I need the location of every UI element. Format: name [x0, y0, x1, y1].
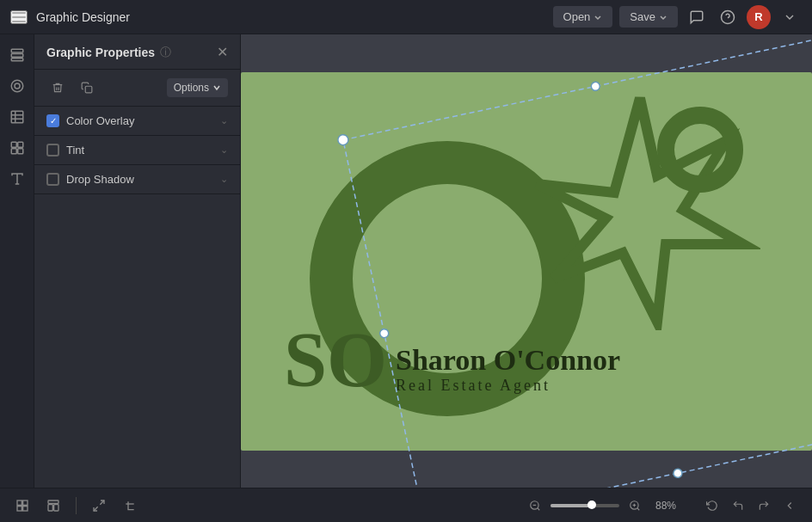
svg-rect-7: [11, 142, 16, 147]
zoom-area: 88%: [523, 494, 686, 518]
name-block: Sharon O'Connor Real Estate Agent: [396, 344, 620, 394]
svg-rect-28: [54, 504, 58, 510]
options-selector[interactable]: Options: [167, 78, 228, 97]
fit-screen-button[interactable]: [87, 494, 111, 518]
svg-line-30: [94, 507, 98, 511]
zoom-slider-fill: [551, 504, 592, 507]
effect-row-color-overlay[interactable]: Color Overlay ⌄: [34, 107, 240, 136]
separator-1: [76, 497, 77, 514]
properties-panel: Graphic Properties ⓘ ✕ Options: [34, 34, 241, 488]
props-title-row: Graphic Properties ⓘ: [46, 45, 171, 60]
svg-rect-11: [85, 86, 92, 93]
sidebar-assets-button[interactable]: [3, 72, 31, 100]
svg-rect-22: [17, 501, 22, 505]
drop-shadow-chevron-icon: ⌄: [220, 174, 228, 185]
svg-line-35: [637, 507, 640, 510]
duplicate-button[interactable]: [76, 77, 98, 99]
grid-view-button[interactable]: [10, 494, 34, 518]
svg-point-5: [15, 83, 20, 89]
props-title: Graphic Properties: [46, 46, 155, 59]
props-options-row: Options: [34, 70, 240, 107]
design-card: SO Sharon O'Connor Real Estate Agent: [241, 72, 812, 451]
save-button[interactable]: Save: [619, 6, 678, 28]
drop-shadow-checkbox[interactable]: [46, 173, 59, 186]
small-circle-shape: [657, 107, 743, 193]
tint-chevron-icon: ⌄: [220, 144, 228, 156]
svg-rect-9: [11, 149, 16, 154]
person-name: Sharon O'Connor: [396, 344, 620, 376]
svg-line-29: [100, 501, 104, 505]
main-layout: Graphic Properties ⓘ ✕ Options: [0, 34, 812, 488]
svg-point-20: [673, 468, 683, 478]
topbar-more-button[interactable]: [778, 5, 802, 29]
tint-label: Tint: [66, 144, 84, 157]
zoom-slider[interactable]: [551, 504, 619, 507]
sidebar-table-button[interactable]: [3, 103, 31, 131]
initials-text: SO: [284, 322, 387, 399]
canvas-area[interactable]: SO Sharon O'Connor Real Estate Agent: [241, 34, 812, 488]
undo-button[interactable]: [726, 494, 750, 518]
topbar-actions: Open Save R: [553, 5, 802, 29]
svg-rect-6: [11, 111, 23, 123]
svg-rect-25: [23, 506, 28, 510]
redo-button[interactable]: [752, 494, 776, 518]
effect-row-tint[interactable]: Tint ⌄: [34, 136, 240, 165]
topbar: Graphic Designer Open Save R: [0, 0, 812, 34]
sidebar-shapes-button[interactable]: [3, 134, 31, 162]
drop-shadow-label: Drop Shadow: [66, 173, 134, 186]
svg-rect-26: [48, 501, 58, 503]
options-label: Options: [174, 82, 209, 94]
svg-line-32: [538, 507, 540, 510]
props-close-button[interactable]: ✕: [217, 46, 228, 59]
color-overlay-chevron-icon: ⌄: [220, 115, 228, 126]
sync-button[interactable]: [700, 494, 724, 518]
svg-rect-2: [11, 54, 23, 58]
history-buttons: [700, 494, 802, 518]
avatar[interactable]: R: [747, 5, 771, 29]
effect-row-drop-shadow[interactable]: Drop Shadow ⌄: [34, 165, 240, 194]
sidebar-text-button[interactable]: [3, 165, 31, 193]
crop-button[interactable]: [118, 494, 142, 518]
bottombar: 88%: [0, 488, 812, 522]
props-header: Graphic Properties ⓘ ✕: [34, 34, 240, 70]
svg-rect-8: [17, 142, 22, 147]
icon-sidebar: [0, 34, 34, 488]
sidebar-layers-button[interactable]: [3, 41, 31, 69]
svg-point-4: [11, 80, 23, 92]
comment-button[interactable]: [685, 5, 709, 29]
zoom-out-button[interactable]: [523, 494, 547, 518]
open-button[interactable]: Open: [553, 6, 613, 28]
info-icon[interactable]: ⓘ: [160, 45, 171, 60]
zoom-in-button[interactable]: [623, 494, 647, 518]
layout-view-button[interactable]: [41, 494, 65, 518]
help-button[interactable]: [716, 5, 740, 29]
svg-rect-24: [17, 506, 22, 510]
svg-rect-10: [17, 149, 22, 154]
delete-button[interactable]: [46, 77, 69, 99]
menu-button[interactable]: [10, 10, 28, 24]
app-title: Graphic Designer: [36, 10, 544, 24]
tint-checkbox[interactable]: [46, 144, 59, 157]
svg-rect-27: [48, 504, 52, 510]
zoom-slider-thumb: [587, 501, 596, 509]
more-history-button[interactable]: [778, 494, 802, 518]
svg-rect-23: [23, 501, 28, 505]
color-overlay-label: Color Overlay: [66, 114, 134, 127]
person-title: Real Estate Agent: [396, 377, 620, 395]
props-options-left: [46, 77, 98, 99]
svg-rect-3: [11, 58, 23, 61]
color-overlay-checkbox[interactable]: [46, 114, 59, 127]
svg-rect-1: [11, 49, 23, 52]
zoom-value: 88%: [655, 500, 686, 512]
